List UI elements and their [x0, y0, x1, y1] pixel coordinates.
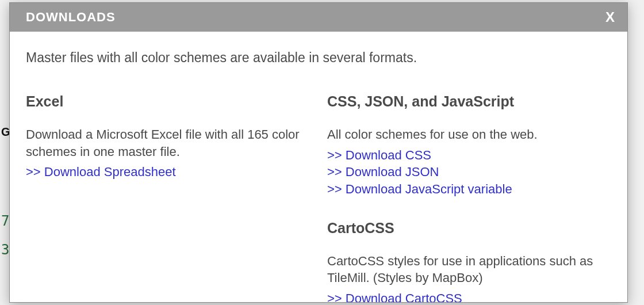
left-column: Excel Download a Microsoft Excel file wi…	[26, 93, 310, 303]
excel-section: Excel Download a Microsoft Excel file wi…	[26, 93, 310, 181]
downloads-modal: DOWNLOADS X Master files with all color …	[9, 2, 628, 303]
intro-text: Master files with all color schemes are …	[26, 50, 611, 66]
modal-title: DOWNLOADS	[26, 10, 116, 25]
cartocss-section: CartoCSS CartoCSS styles for use in appl…	[327, 220, 611, 303]
web-formats-links: >> Download CSS >> Download JSON >> Down…	[327, 147, 611, 198]
background-number: 7	[1, 213, 9, 229]
columns-container: Excel Download a Microsoft Excel file wi…	[26, 93, 611, 303]
download-javascript-link[interactable]: >> Download JavaScript variable	[327, 181, 611, 198]
download-json-link[interactable]: >> Download JSON	[327, 163, 611, 181]
download-spreadsheet-link[interactable]: >> Download Spreadsheet	[26, 163, 310, 181]
web-formats-description: All color schemes for use on the web.	[327, 126, 611, 143]
background-number: 3	[1, 242, 9, 258]
excel-heading: Excel	[26, 93, 310, 110]
web-formats-heading: CSS, JSON, and JavaScript	[327, 93, 611, 110]
close-icon[interactable]: X	[605, 9, 615, 25]
modal-body: Master files with all color schemes are …	[10, 32, 627, 303]
modal-header: DOWNLOADS X	[10, 3, 627, 32]
download-cartocss-link[interactable]: >> Download CartoCSS	[327, 290, 611, 303]
download-css-link[interactable]: >> Download CSS	[327, 147, 611, 164]
right-column: CSS, JSON, and JavaScript All color sche…	[327, 93, 611, 303]
web-formats-section: CSS, JSON, and JavaScript All color sche…	[327, 93, 611, 198]
cartocss-heading: CartoCSS	[327, 220, 611, 237]
cartocss-description: CartoCSS styles for use in applications …	[327, 253, 611, 287]
excel-description: Download a Microsoft Excel file with all…	[26, 126, 310, 160]
